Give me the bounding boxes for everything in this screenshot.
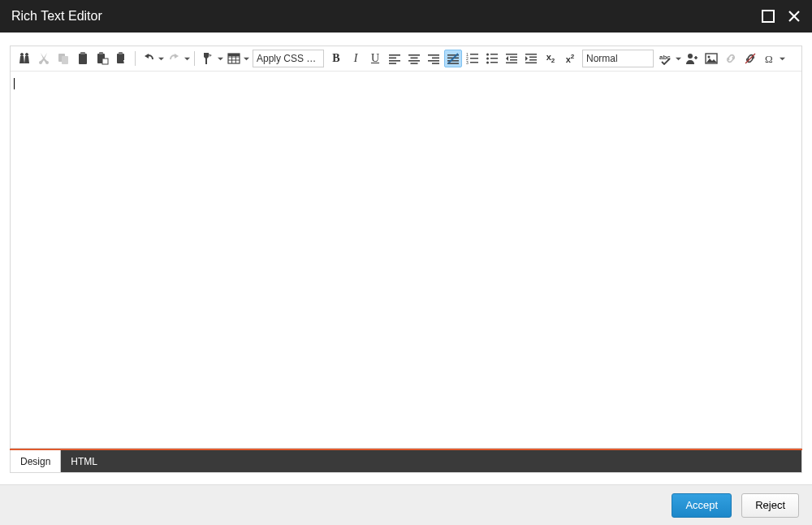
- svg-point-57: [688, 54, 693, 59]
- editor-container: w Apply CSS … B: [0, 33, 812, 450]
- svg-rect-20: [389, 58, 396, 59]
- align-left-button[interactable]: [386, 50, 404, 67]
- svg-rect-40: [470, 58, 478, 59]
- cut-button[interactable]: [35, 50, 53, 67]
- insert-table-button[interactable]: [225, 50, 249, 67]
- subscript-button[interactable]: x2: [542, 50, 559, 67]
- svg-point-42: [486, 54, 489, 56]
- paste-button[interactable]: [74, 50, 92, 67]
- view-tabs: Design HTML: [10, 450, 802, 473]
- svg-rect-53: [529, 57, 537, 59]
- svg-rect-45: [490, 54, 498, 55]
- svg-rect-46: [490, 58, 498, 59]
- svg-point-43: [486, 58, 489, 60]
- svg-rect-23: [408, 54, 420, 56]
- toolbar: w Apply CSS … B: [11, 46, 801, 72]
- find-button[interactable]: [15, 50, 33, 67]
- bold-button[interactable]: B: [327, 50, 345, 67]
- css-class-label: Apply CSS …: [257, 53, 317, 64]
- svg-rect-25: [408, 60, 420, 62]
- svg-rect-19: [389, 54, 400, 56]
- svg-rect-52: [525, 54, 537, 55]
- dialog-footer: Accept Reject: [0, 484, 812, 525]
- svg-rect-8: [99, 52, 103, 54]
- format-painter-button[interactable]: [199, 50, 223, 67]
- svg-point-44: [486, 62, 489, 64]
- reject-button[interactable]: Reject: [741, 493, 799, 518]
- tab-html[interactable]: HTML: [61, 450, 107, 472]
- outdent-button[interactable]: [503, 50, 520, 67]
- svg-rect-55: [525, 63, 537, 64]
- spellcheck-button[interactable]: abc: [657, 50, 681, 67]
- svg-rect-51: [506, 63, 517, 64]
- unlink-button[interactable]: [741, 50, 759, 67]
- svg-rect-54: [529, 59, 537, 61]
- editor-canvas[interactable]: [11, 72, 801, 448]
- css-class-dropdown[interactable]: Apply CSS …: [253, 50, 324, 67]
- svg-rect-0: [762, 11, 774, 22]
- svg-point-59: [708, 56, 710, 59]
- tab-design[interactable]: Design: [11, 450, 61, 472]
- svg-text:w: w: [123, 58, 128, 65]
- align-center-button[interactable]: [405, 50, 423, 67]
- superscript-button[interactable]: x2: [561, 50, 579, 67]
- svg-rect-22: [389, 63, 396, 64]
- svg-rect-39: [470, 54, 478, 55]
- editor-box: w Apply CSS … B: [10, 46, 802, 449]
- undo-button[interactable]: [140, 50, 164, 67]
- svg-rect-33: [447, 60, 459, 62]
- svg-rect-29: [428, 60, 439, 62]
- window-controls: [762, 10, 801, 23]
- window-titlebar: Rich Text Editor: [0, 0, 812, 33]
- svg-rect-24: [411, 58, 418, 59]
- redo-button[interactable]: [166, 50, 190, 67]
- separator: [135, 51, 136, 66]
- unordered-list-button[interactable]: [483, 50, 501, 67]
- paste-word-button[interactable]: w: [113, 50, 131, 67]
- svg-text:Ω: Ω: [765, 53, 773, 65]
- window-title: Rich Text Editor: [11, 9, 102, 24]
- insert-link-button[interactable]: [722, 50, 740, 67]
- italic-button[interactable]: I: [347, 50, 365, 67]
- close-icon[interactable]: [788, 10, 801, 23]
- svg-rect-5: [79, 54, 87, 64]
- svg-rect-18: [228, 54, 240, 56]
- special-char-button[interactable]: Ω: [761, 50, 785, 67]
- align-right-button[interactable]: [425, 50, 443, 67]
- svg-rect-50: [510, 59, 517, 61]
- insert-user-button[interactable]: [683, 50, 701, 67]
- svg-text:3: 3: [466, 60, 469, 65]
- svg-rect-21: [389, 60, 400, 62]
- ordered-list-button[interactable]: 123: [464, 50, 482, 67]
- indent-button[interactable]: [522, 50, 540, 67]
- remove-format-button[interactable]: [444, 50, 462, 67]
- svg-rect-49: [510, 57, 517, 59]
- text-cursor: [14, 78, 15, 89]
- paragraph-format-label: Normal: [586, 53, 646, 64]
- underline-button[interactable]: U: [366, 50, 384, 67]
- svg-rect-27: [428, 54, 439, 56]
- svg-rect-28: [432, 58, 439, 59]
- maximize-icon[interactable]: [762, 10, 775, 23]
- paste-text-button[interactable]: [93, 50, 111, 67]
- svg-rect-47: [490, 62, 498, 63]
- separator: [194, 51, 195, 66]
- paragraph-format-dropdown[interactable]: Normal: [582, 50, 654, 67]
- svg-rect-48: [506, 54, 517, 55]
- insert-image-button[interactable]: [702, 50, 720, 67]
- svg-rect-9: [102, 59, 108, 64]
- accept-button[interactable]: Accept: [672, 493, 732, 518]
- copy-button[interactable]: [54, 50, 72, 67]
- svg-rect-4: [62, 56, 68, 64]
- svg-rect-26: [411, 63, 418, 64]
- svg-rect-6: [80, 52, 85, 54]
- svg-rect-30: [432, 63, 439, 64]
- svg-rect-41: [470, 62, 478, 63]
- svg-rect-11: [119, 52, 123, 54]
